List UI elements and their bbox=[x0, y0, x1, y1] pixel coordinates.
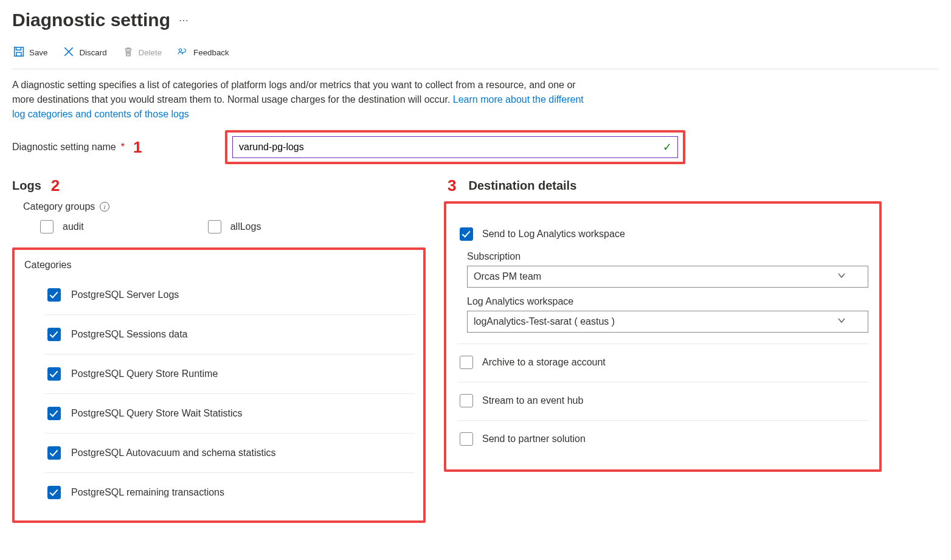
category-checkbox[interactable] bbox=[47, 407, 61, 420]
dest-storage-block: Archive to a storage account bbox=[457, 344, 868, 382]
subscription-label: Subscription bbox=[467, 251, 868, 262]
save-icon bbox=[13, 46, 24, 59]
log-analytics-checkbox[interactable] bbox=[460, 227, 473, 241]
delete-label: Delete bbox=[139, 48, 162, 57]
eventhub-checkbox[interactable] bbox=[460, 394, 473, 407]
categories-label: Categories bbox=[24, 260, 415, 271]
category-checkbox[interactable] bbox=[47, 446, 61, 460]
subscription-field: Subscription Orcas PM team bbox=[467, 251, 868, 288]
category-item[interactable]: PostgreSQL Sessions data bbox=[45, 314, 415, 354]
category-item[interactable]: PostgreSQL Autovacuum and schema statist… bbox=[45, 433, 415, 472]
feedback-label: Feedback bbox=[193, 48, 229, 57]
categories-list: PostgreSQL Server Logs PostgreSQL Sessio… bbox=[23, 275, 415, 512]
more-actions-icon[interactable]: ⋯ bbox=[179, 15, 189, 26]
save-button[interactable]: Save bbox=[12, 44, 49, 61]
destination-column: 3 Destination details Send to Log Analyt… bbox=[444, 176, 882, 472]
audit-checkbox[interactable] bbox=[40, 220, 54, 233]
workspace-select[interactable]: logAnalytics-Test-sarat ( eastus ) bbox=[467, 311, 868, 333]
workspace-label: Log Analytics workspace bbox=[467, 296, 868, 307]
logs-column: Logs 2 Category groups i audit allLogs C… bbox=[12, 176, 426, 523]
dest-log-analytics-block: Send to Log Analytics workspace Subscrip… bbox=[457, 216, 868, 344]
categories-callout-box: Categories PostgreSQL Server Logs Postgr… bbox=[12, 247, 426, 523]
callout-3: 3 bbox=[444, 176, 460, 195]
page-title: Diagnostic setting bbox=[12, 10, 170, 30]
category-checkbox[interactable] bbox=[47, 328, 61, 341]
name-row: Diagnostic setting name * 1 ✓ bbox=[12, 130, 939, 164]
subscription-select[interactable]: Orcas PM team bbox=[467, 266, 868, 288]
chevron-down-icon bbox=[837, 316, 846, 327]
discard-label: Discard bbox=[79, 48, 106, 57]
checkbox-alllogs[interactable]: allLogs bbox=[206, 218, 261, 235]
name-label: Diagnostic setting name bbox=[12, 142, 116, 153]
callout-2: 2 bbox=[47, 176, 63, 195]
discard-button[interactable]: Discard bbox=[62, 44, 108, 61]
category-item[interactable]: PostgreSQL Server Logs bbox=[45, 275, 415, 314]
storage-checkbox[interactable] bbox=[460, 356, 473, 369]
delete-button: Delete bbox=[122, 44, 164, 61]
category-groups-row: audit allLogs bbox=[38, 218, 426, 235]
chevron-down-icon bbox=[837, 271, 846, 282]
required-asterisk: * bbox=[121, 142, 125, 153]
toolbar: Save Discard Delete Feedback bbox=[12, 44, 939, 69]
feedback-button[interactable]: Feedback bbox=[176, 44, 230, 61]
destination-callout-box: Send to Log Analytics workspace Subscrip… bbox=[444, 201, 882, 472]
alllogs-checkbox[interactable] bbox=[208, 220, 221, 233]
category-checkbox[interactable] bbox=[47, 486, 61, 499]
checkbox-storage[interactable]: Archive to a storage account bbox=[457, 354, 868, 371]
save-label: Save bbox=[29, 48, 47, 57]
category-groups-label-wrap: Category groups i bbox=[23, 201, 426, 212]
valid-check-icon: ✓ bbox=[663, 140, 672, 154]
category-checkbox[interactable] bbox=[47, 367, 61, 381]
diagnostic-name-input[interactable] bbox=[232, 136, 678, 158]
workspace-field: Log Analytics workspace logAnalytics-Tes… bbox=[467, 296, 868, 333]
category-item[interactable]: PostgreSQL Query Store Runtime bbox=[45, 354, 415, 393]
logs-title-wrap: Logs 2 bbox=[12, 176, 426, 195]
feedback-icon bbox=[178, 46, 188, 59]
delete-icon bbox=[123, 46, 134, 59]
category-item[interactable]: PostgreSQL remaining transactions bbox=[45, 472, 415, 512]
discard-icon bbox=[63, 46, 74, 59]
category-checkbox[interactable] bbox=[47, 288, 61, 302]
dest-partner-block: Send to partner solution bbox=[457, 421, 868, 458]
checkbox-log-analytics[interactable]: Send to Log Analytics workspace bbox=[457, 226, 868, 243]
category-groups-label: Category groups bbox=[23, 201, 95, 212]
checkbox-eventhub[interactable]: Stream to an event hub bbox=[457, 392, 868, 409]
checkbox-partner[interactable]: Send to partner solution bbox=[457, 430, 868, 448]
logs-title: Logs bbox=[12, 179, 41, 193]
page-header: Diagnostic setting ⋯ bbox=[12, 0, 939, 44]
svg-rect-2 bbox=[16, 52, 21, 56]
callout-1: 1 bbox=[130, 138, 145, 157]
info-icon[interactable]: i bbox=[100, 202, 109, 212]
name-input-callout-box: ✓ bbox=[225, 130, 685, 164]
category-item[interactable]: PostgreSQL Query Store Wait Statistics bbox=[45, 393, 415, 433]
svg-point-8 bbox=[179, 49, 182, 52]
description-text: A diagnostic setting specifies a list of… bbox=[12, 78, 596, 122]
dest-eventhub-block: Stream to an event hub bbox=[457, 382, 868, 421]
name-label-wrap: Diagnostic setting name * 1 bbox=[12, 138, 225, 157]
partner-checkbox[interactable] bbox=[460, 432, 473, 446]
destination-title: Destination details bbox=[468, 179, 576, 193]
checkbox-audit[interactable]: audit bbox=[38, 218, 84, 235]
